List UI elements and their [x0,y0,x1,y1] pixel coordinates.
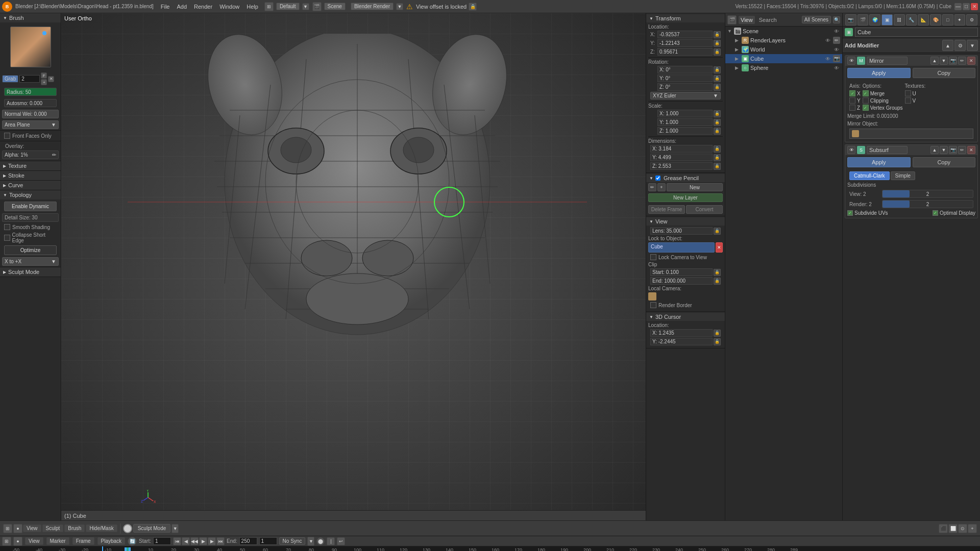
menu-help[interactable]: Help [243,3,261,11]
subsurf-edit-btn[interactable]: ✏ [958,146,966,154]
scale-y-value[interactable]: Y: 1.000 [657,118,713,126]
rot-x-lock[interactable]: 🔒 [714,66,721,73]
timeline-render-icon[interactable]: ● [13,537,22,546]
sync-dropdown[interactable]: No Sync [279,537,306,545]
clip-end-value[interactable]: End: 1000.000 [650,277,713,285]
mirror-vis-btn[interactable]: 👁 [847,57,855,65]
tool-x-btn[interactable]: ✕ [48,76,54,82]
rot-y-value[interactable]: Y: 0° [657,74,713,82]
view-subdiv-slider[interactable]: 2 [882,190,973,198]
props-tab-physics[interactable]: ⚙ [966,14,977,26]
loc-x-value[interactable]: -0.92537 [657,31,713,38]
cursor-y-value[interactable]: Y: -2.2445 [650,338,713,345]
lens-lock[interactable]: 🔒 [714,228,721,235]
marker-btn1[interactable]: | [327,537,335,545]
axis-y-checkbox[interactable] [849,97,855,104]
cube-render-icon[interactable]: 📷 [833,55,840,62]
viewport-layout-icon[interactable]: ⊞ [3,524,12,533]
viewport-btn2[interactable]: ⬜ [948,524,958,533]
area-plane-select[interactable]: Area Plane ▼ [2,120,59,129]
add-modifier-icon1[interactable]: ▲ [942,40,953,51]
u-checkbox[interactable] [905,90,911,96]
lock-icon[interactable]: 🔒 [469,3,477,11]
tool-size-input[interactable] [19,75,40,83]
jump-start-btn[interactable]: ⏮ [173,537,181,545]
grease-pencil-header[interactable]: Grease Pencil [646,174,725,182]
curve-section-header[interactable]: Curve [0,181,61,190]
lens-value[interactable]: Lens: 35.000 [650,227,713,235]
dim-x-value[interactable]: X: 3.184 [650,145,713,153]
scale-x-value[interactable]: X: 1.000 [657,110,713,117]
mode-dropdown-btn[interactable]: ▼ [172,524,179,533]
clip-start-lock[interactable]: 🔒 [714,269,721,276]
clip-start-value[interactable]: Start: 0.100 [650,268,713,276]
dim-y-lock[interactable]: 🔒 [714,154,721,161]
add-modifier-icon2[interactable]: ⚙ [954,40,966,51]
props-tab-texture[interactable]: □ [942,14,953,26]
renderlayers-vis-icon[interactable]: 👁 [824,37,831,44]
render-subdiv-slider[interactable]: 2 [882,200,973,208]
grease-pencil-add-icon[interactable]: + [657,183,666,191]
scene-panel-icon[interactable]: 🎬 [727,15,737,24]
props-tab-modifiers[interactable]: 🔧 [906,14,917,26]
grease-new-btn[interactable]: New [667,183,723,191]
menu-file[interactable]: File [158,3,173,11]
start-frame-input[interactable] [153,537,171,545]
sculpt-mode-section-header[interactable]: Sculpt Mode [0,267,61,277]
subsurf-delete-btn[interactable]: ✕ [967,146,975,154]
enable-dynamic-btn[interactable]: Enable Dynamic [4,202,57,211]
scale-z-value[interactable]: Z: 1.000 [657,127,713,135]
loc-y-lock[interactable]: 🔒 [714,40,721,47]
step-back-btn[interactable]: ◀ [182,537,190,545]
mode-menu-icon[interactable]: ▼ [302,3,309,10]
axis-z-checkbox[interactable] [849,105,855,111]
step-fwd-btn[interactable]: ▶ [208,537,216,545]
loc-z-lock[interactable]: 🔒 [714,48,721,56]
timeline-ticks[interactable]: -50 -40 -30 -20 -10 0 10 20 30 40 50 60 … [0,546,980,551]
minimize-button[interactable]: — [954,3,962,10]
props-tab-data[interactable]: 📐 [918,14,929,26]
loc-x-lock[interactable]: 🔒 [714,31,721,38]
props-tab-material[interactable]: 🎨 [930,14,941,26]
collapse-short-edge-checkbox[interactable] [4,235,10,241]
scene-dropdown[interactable]: Scene [324,3,346,10]
local-cam-icon[interactable] [648,292,656,300]
mode-dropdown[interactable]: Default [276,3,300,10]
renderlayers-edit-icon[interactable]: ✏ [833,37,840,44]
rot-z-lock[interactable]: 🔒 [714,84,721,91]
sculpt-mode-btn[interactable]: Sculpt Mode [133,524,171,533]
brush-section-header[interactable]: Brush [0,13,61,22]
rot-y-lock[interactable]: 🔒 [714,75,721,82]
timeline-view-btn[interactable]: View [25,537,43,545]
subsurf-down-btn[interactable]: ▼ [940,146,948,154]
cursor-section-header[interactable]: 3D Cursor [646,313,725,321]
sync-icon[interactable]: 🔄 [128,537,137,546]
world-vis-icon[interactable]: 👁 [833,46,840,53]
scene-vis-icon[interactable]: 👁 [833,28,840,35]
keying-set-circle[interactable]: ⬤ [316,537,325,545]
clipping-checkbox[interactable] [863,97,869,104]
marker-btn2[interactable]: ↩ [337,537,345,545]
viewport-render-icon[interactable]: ● [13,524,22,533]
tab-view[interactable]: View [739,16,755,24]
mirror-down-btn[interactable]: ▼ [940,57,948,65]
rot-z-value[interactable]: Z: 0° [657,83,713,91]
engine-menu-icon[interactable]: ▼ [396,3,403,10]
dim-x-lock[interactable]: 🔒 [714,145,721,153]
v-checkbox[interactable] [905,97,911,104]
tree-item-cube[interactable]: ▶ ▣ Cube 👁 📷 [725,54,842,63]
loc-y-value[interactable]: -1.22143 [657,39,713,47]
grease-new-layer-btn[interactable]: New Layer [648,193,723,202]
obj-name-display[interactable]: Cube [855,28,978,37]
hidemask-menu-btn[interactable]: Hide/Mask [86,524,117,532]
brush-menu-btn[interactable]: Brush [64,524,85,532]
timeline-layout-icon[interactable]: ⊞ [2,537,11,546]
engine-dropdown[interactable]: Blender Render [351,3,394,10]
screen-layout-icon[interactable]: ⊞ [264,2,274,11]
props-tab-render[interactable]: 📷 [845,14,856,26]
menu-add[interactable]: Add [174,3,190,11]
tool-f-btn[interactable]: F [41,72,47,79]
scene-icon[interactable]: 🎬 [312,2,322,11]
lock-cam-checkbox[interactable] [650,254,656,260]
grease-pencil-draw-icon[interactable]: ✏ [648,183,656,191]
